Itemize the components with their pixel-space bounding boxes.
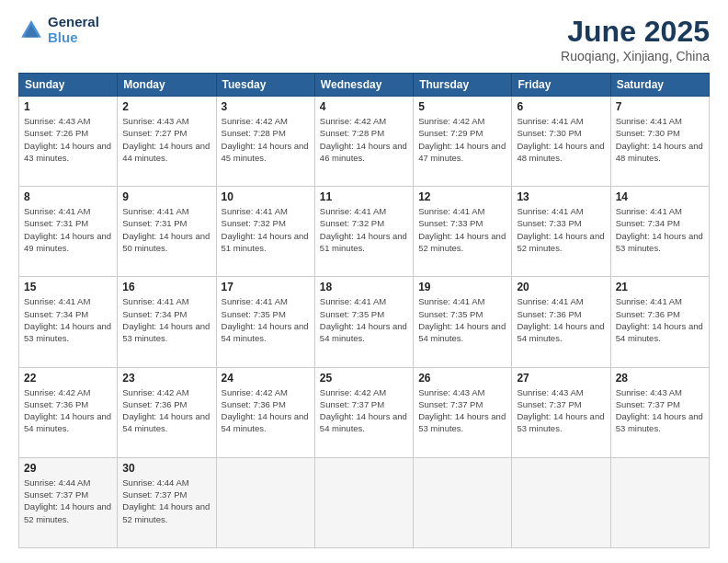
calendar-day-cell: 17Sunrise: 4:41 AMSunset: 7:35 PMDayligh… (216, 277, 314, 367)
location: Ruoqiang, Xinjiang, China (561, 49, 710, 63)
calendar-day-cell (414, 457, 512, 547)
day-number: 9 (122, 190, 210, 203)
day-info: Sunrise: 4:41 AMSunset: 7:32 PMDaylight:… (320, 205, 408, 254)
calendar-day-cell: 27Sunrise: 4:43 AMSunset: 7:37 PMDayligh… (512, 367, 610, 457)
calendar-week-row: 15Sunrise: 4:41 AMSunset: 7:34 PMDayligh… (19, 277, 710, 367)
month-title: June 2025 (561, 15, 710, 49)
day-number: 5 (418, 100, 506, 113)
day-info: Sunrise: 4:42 AMSunset: 7:28 PMDaylight:… (320, 115, 408, 164)
calendar-day-cell: 10Sunrise: 4:41 AMSunset: 7:32 PMDayligh… (216, 187, 314, 277)
weekday-header-sunday: Sunday (19, 74, 118, 97)
day-info: Sunrise: 4:44 AMSunset: 7:37 PMDaylight:… (122, 477, 210, 525)
calendar-day-cell: 28Sunrise: 4:43 AMSunset: 7:37 PMDayligh… (610, 367, 709, 457)
calendar-day-cell (216, 457, 314, 547)
day-number: 1 (24, 100, 112, 113)
day-number: 24 (222, 372, 310, 385)
day-number: 16 (122, 281, 210, 293)
calendar-day-cell: 26Sunrise: 4:43 AMSunset: 7:37 PMDayligh… (414, 367, 512, 457)
calendar-day-cell: 24Sunrise: 4:42 AMSunset: 7:36 PMDayligh… (216, 367, 314, 457)
header: General Blue June 2025 Ruoqiang, Xinjian… (18, 15, 710, 63)
weekday-header-friday: Friday (512, 74, 610, 97)
logo-icon (18, 17, 44, 43)
logo: General Blue (18, 15, 99, 45)
day-number: 10 (222, 190, 310, 203)
day-info: Sunrise: 4:43 AMSunset: 7:37 PMDaylight:… (418, 386, 506, 435)
calendar-day-cell: 29Sunrise: 4:44 AMSunset: 7:37 PMDayligh… (19, 457, 118, 547)
day-info: Sunrise: 4:41 AMSunset: 7:34 PMDaylight:… (616, 205, 704, 254)
day-number: 8 (24, 190, 112, 203)
calendar-day-cell: 18Sunrise: 4:41 AMSunset: 7:35 PMDayligh… (314, 277, 413, 367)
logo-text: General Blue (48, 15, 99, 45)
calendar-day-cell: 5Sunrise: 4:42 AMSunset: 7:29 PMDaylight… (414, 97, 512, 187)
day-number: 2 (122, 100, 210, 113)
calendar-week-row: 22Sunrise: 4:42 AMSunset: 7:36 PMDayligh… (19, 367, 710, 457)
calendar-day-cell: 1Sunrise: 4:43 AMSunset: 7:26 PMDaylight… (19, 97, 118, 187)
day-number: 3 (222, 100, 310, 113)
weekday-header-wednesday: Wednesday (314, 74, 413, 97)
day-number: 11 (320, 190, 408, 203)
weekday-header-thursday: Thursday (414, 74, 512, 97)
day-info: Sunrise: 4:41 AMSunset: 7:33 PMDaylight:… (517, 205, 605, 254)
day-info: Sunrise: 4:41 AMSunset: 7:36 PMDaylight:… (616, 295, 704, 344)
calendar-day-cell: 13Sunrise: 4:41 AMSunset: 7:33 PMDayligh… (512, 187, 610, 277)
calendar-day-cell: 23Sunrise: 4:42 AMSunset: 7:36 PMDayligh… (118, 367, 216, 457)
day-number: 25 (320, 372, 408, 385)
day-info: Sunrise: 4:43 AMSunset: 7:27 PMDaylight:… (122, 115, 210, 164)
day-info: Sunrise: 4:42 AMSunset: 7:36 PMDaylight:… (24, 386, 112, 435)
calendar-day-cell: 15Sunrise: 4:41 AMSunset: 7:34 PMDayligh… (19, 277, 118, 367)
calendar-day-cell: 20Sunrise: 4:41 AMSunset: 7:36 PMDayligh… (512, 277, 610, 367)
day-number: 6 (517, 100, 605, 113)
day-info: Sunrise: 4:42 AMSunset: 7:28 PMDaylight:… (222, 115, 310, 164)
day-info: Sunrise: 4:44 AMSunset: 7:37 PMDaylight:… (24, 477, 112, 525)
day-info: Sunrise: 4:41 AMSunset: 7:35 PMDaylight:… (418, 295, 506, 344)
day-info: Sunrise: 4:41 AMSunset: 7:31 PMDaylight:… (122, 205, 210, 254)
day-info: Sunrise: 4:41 AMSunset: 7:31 PMDaylight:… (24, 205, 112, 254)
calendar-week-row: 1Sunrise: 4:43 AMSunset: 7:26 PMDaylight… (19, 97, 710, 187)
day-info: Sunrise: 4:42 AMSunset: 7:36 PMDaylight:… (222, 386, 310, 435)
day-info: Sunrise: 4:41 AMSunset: 7:36 PMDaylight:… (517, 295, 605, 344)
day-number: 27 (517, 372, 605, 385)
day-number: 17 (222, 281, 310, 293)
calendar-table: SundayMondayTuesdayWednesdayThursdayFrid… (18, 73, 710, 548)
day-info: Sunrise: 4:41 AMSunset: 7:32 PMDaylight:… (222, 205, 310, 254)
day-number: 21 (616, 281, 704, 293)
day-info: Sunrise: 4:41 AMSunset: 7:35 PMDaylight:… (320, 295, 408, 344)
day-info: Sunrise: 4:41 AMSunset: 7:30 PMDaylight:… (616, 115, 704, 164)
day-info: Sunrise: 4:42 AMSunset: 7:37 PMDaylight:… (320, 386, 408, 435)
day-info: Sunrise: 4:41 AMSunset: 7:34 PMDaylight:… (122, 295, 210, 344)
weekday-header-tuesday: Tuesday (216, 74, 314, 97)
calendar-day-cell: 3Sunrise: 4:42 AMSunset: 7:28 PMDaylight… (216, 97, 314, 187)
calendar-week-row: 29Sunrise: 4:44 AMSunset: 7:37 PMDayligh… (19, 457, 710, 547)
day-number: 22 (24, 372, 112, 385)
weekday-header-saturday: Saturday (610, 74, 709, 97)
day-info: Sunrise: 4:41 AMSunset: 7:34 PMDaylight:… (24, 295, 112, 344)
day-number: 18 (320, 281, 408, 293)
calendar-day-cell: 9Sunrise: 4:41 AMSunset: 7:31 PMDaylight… (118, 187, 216, 277)
calendar-day-cell: 4Sunrise: 4:42 AMSunset: 7:28 PMDaylight… (314, 97, 413, 187)
title-block: June 2025 Ruoqiang, Xinjiang, China (561, 15, 710, 63)
calendar-day-cell: 7Sunrise: 4:41 AMSunset: 7:30 PMDaylight… (610, 97, 709, 187)
day-info: Sunrise: 4:43 AMSunset: 7:37 PMDaylight:… (517, 386, 605, 435)
calendar-day-cell: 6Sunrise: 4:41 AMSunset: 7:30 PMDaylight… (512, 97, 610, 187)
day-number: 4 (320, 100, 408, 113)
calendar-week-row: 8Sunrise: 4:41 AMSunset: 7:31 PMDaylight… (19, 187, 710, 277)
day-number: 19 (418, 281, 506, 293)
calendar-day-cell: 2Sunrise: 4:43 AMSunset: 7:27 PMDaylight… (118, 97, 216, 187)
calendar-day-cell: 12Sunrise: 4:41 AMSunset: 7:33 PMDayligh… (414, 187, 512, 277)
day-number: 12 (418, 190, 506, 203)
day-info: Sunrise: 4:41 AMSunset: 7:33 PMDaylight:… (418, 205, 506, 254)
calendar-day-cell: 11Sunrise: 4:41 AMSunset: 7:32 PMDayligh… (314, 187, 413, 277)
day-info: Sunrise: 4:42 AMSunset: 7:36 PMDaylight:… (122, 386, 210, 435)
calendar-day-cell: 22Sunrise: 4:42 AMSunset: 7:36 PMDayligh… (19, 367, 118, 457)
day-number: 7 (616, 100, 704, 113)
calendar-day-cell: 14Sunrise: 4:41 AMSunset: 7:34 PMDayligh… (610, 187, 709, 277)
day-number: 14 (616, 190, 704, 203)
calendar-day-cell: 16Sunrise: 4:41 AMSunset: 7:34 PMDayligh… (118, 277, 216, 367)
day-number: 15 (24, 281, 112, 293)
day-number: 30 (122, 462, 210, 475)
calendar-day-cell (314, 457, 413, 547)
day-number: 28 (616, 372, 704, 385)
calendar-day-cell: 21Sunrise: 4:41 AMSunset: 7:36 PMDayligh… (610, 277, 709, 367)
weekday-header-monday: Monday (118, 74, 216, 97)
calendar-day-cell (512, 457, 610, 547)
